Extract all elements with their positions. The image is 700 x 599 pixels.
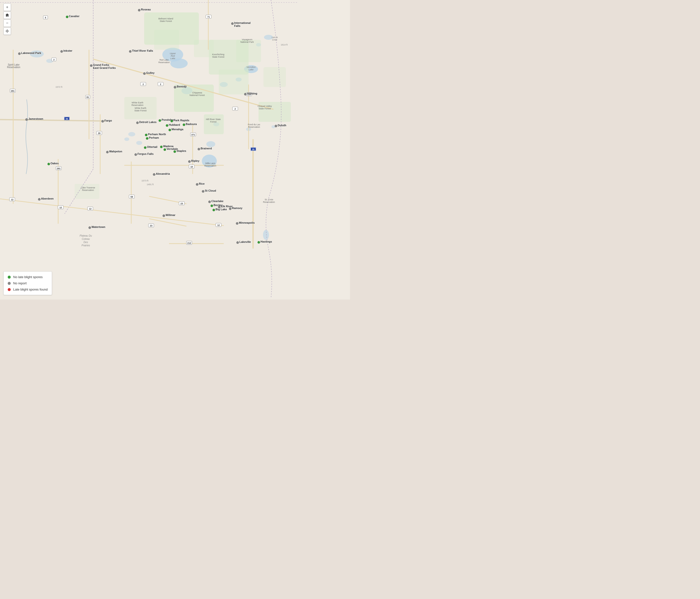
svg-point-5 xyxy=(206,141,215,147)
svg-point-19 xyxy=(263,230,269,240)
svg-rect-31 xyxy=(75,184,99,199)
svg-text:12: 12 xyxy=(59,206,62,209)
svg-text:Plateau Du: Plateau Du xyxy=(79,234,92,237)
legend-label-no-report: No report xyxy=(13,281,27,285)
svg-point-12 xyxy=(124,138,129,141)
map-legend: No late blight spores No report Late bli… xyxy=(3,271,52,295)
svg-text:St. Croix: St. Croix xyxy=(265,198,273,201)
zoom-home-button[interactable] xyxy=(3,11,11,19)
svg-text:Reservation: Reservation xyxy=(263,201,275,203)
svg-text:Hill River State: Hill River State xyxy=(206,118,221,121)
svg-text:Beltrami Island: Beltrami Island xyxy=(158,17,173,20)
legend-item-spores-found: Late blight spores found xyxy=(8,288,48,291)
legend-label-no-spores: No late blight spores xyxy=(13,275,43,279)
svg-text:Cloquet Valley: Cloquet Valley xyxy=(257,105,272,107)
svg-text:169: 169 xyxy=(247,93,251,96)
svg-text:10: 10 xyxy=(191,166,193,168)
svg-text:2: 2 xyxy=(53,58,54,61)
svg-text:94: 94 xyxy=(66,118,68,120)
svg-text:Koochiching: Koochiching xyxy=(212,53,224,56)
svg-text:Upper: Upper xyxy=(170,52,176,55)
svg-text:State Forest: State Forest xyxy=(134,109,147,112)
svg-text:White Earth: White Earth xyxy=(131,101,143,104)
svg-text:Coteau: Coteau xyxy=(82,238,90,240)
svg-text:1614 ft: 1614 ft xyxy=(281,44,288,46)
svg-text:State Forest: State Forest xyxy=(258,107,271,110)
svg-point-143 xyxy=(6,30,8,32)
svg-rect-26 xyxy=(219,70,249,95)
svg-text:281: 281 xyxy=(11,90,15,92)
svg-text:5: 5 xyxy=(45,17,46,19)
svg-text:Chippewa: Chippewa xyxy=(192,92,202,94)
svg-text:State Forest: State Forest xyxy=(212,56,224,58)
svg-rect-21 xyxy=(174,84,214,112)
svg-text:Reservation: Reservation xyxy=(82,189,94,191)
svg-text:1572 ft: 1572 ft xyxy=(55,86,62,88)
svg-text:59: 59 xyxy=(130,196,133,198)
legend-item-no-spores: No late blight spores xyxy=(8,275,48,279)
svg-text:81: 81 xyxy=(86,96,89,98)
svg-text:23: 23 xyxy=(150,224,152,227)
svg-text:Voyageurs: Voyageurs xyxy=(242,38,253,41)
svg-text:Lake: Lake xyxy=(170,57,175,60)
svg-point-13 xyxy=(136,141,142,145)
svg-text:Reservation: Reservation xyxy=(248,126,260,128)
svg-text:23: 23 xyxy=(180,202,183,205)
svg-text:Reservation: Reservation xyxy=(204,165,216,167)
svg-text:Des: Des xyxy=(83,241,88,244)
legend-dot-red xyxy=(8,288,11,291)
zoom-in-button[interactable]: + xyxy=(3,3,11,11)
svg-point-2 xyxy=(170,58,188,68)
svg-text:Lake Traverse: Lake Traverse xyxy=(81,186,95,189)
svg-text:Forest: Forest xyxy=(210,121,217,123)
svg-text:281: 281 xyxy=(57,167,60,170)
svg-text:Reservation: Reservation xyxy=(7,66,20,69)
svg-text:12: 12 xyxy=(217,224,220,226)
svg-rect-30 xyxy=(264,67,286,87)
svg-text:Lac la: Lac la xyxy=(272,36,278,39)
svg-text:National Forest: National Forest xyxy=(190,94,205,96)
svg-text:212: 212 xyxy=(187,242,191,244)
svg-text:12: 12 xyxy=(11,198,14,201)
svg-text:Fond du Lac: Fond du Lac xyxy=(248,123,260,126)
svg-text:1573 ft: 1573 ft xyxy=(142,179,148,182)
legend-item-no-report: No report xyxy=(8,281,48,285)
zoom-out-button[interactable]: − xyxy=(3,19,11,27)
svg-text:Vermilion: Vermilion xyxy=(246,66,255,68)
svg-text:2: 2 xyxy=(143,83,144,85)
svg-rect-29 xyxy=(194,40,214,57)
svg-text:Reservation: Reservation xyxy=(158,61,170,64)
locate-button[interactable] xyxy=(3,27,11,35)
svg-text:29: 29 xyxy=(98,132,100,134)
map-controls: + − xyxy=(3,3,11,35)
svg-text:Reservation: Reservation xyxy=(131,104,144,106)
svg-text:35: 35 xyxy=(252,148,254,151)
legend-label-spores-found: Late blight spores found xyxy=(13,288,48,291)
svg-point-11 xyxy=(128,132,135,136)
svg-text:State Forest: State Forest xyxy=(159,20,172,22)
svg-text:Red Lake: Red Lake xyxy=(159,59,169,61)
svg-text:Lake: Lake xyxy=(249,68,254,71)
svg-text:Mille Lacs: Mille Lacs xyxy=(205,162,216,165)
svg-point-16 xyxy=(271,125,275,128)
svg-text:Red: Red xyxy=(171,55,175,57)
svg-text:2: 2 xyxy=(234,108,236,110)
svg-rect-28 xyxy=(154,30,179,50)
svg-text:1491 ft: 1491 ft xyxy=(147,183,154,186)
legend-dot-gray xyxy=(8,282,11,285)
svg-text:371: 371 xyxy=(191,133,195,136)
map-container: Spirit Lake Reservation White Earth Rese… xyxy=(0,0,350,300)
svg-text:2: 2 xyxy=(160,83,161,85)
legend-dot-green xyxy=(8,276,11,279)
svg-text:12: 12 xyxy=(89,207,92,210)
svg-text:71: 71 xyxy=(207,16,210,18)
svg-text:Prairies: Prairies xyxy=(81,244,90,247)
svg-point-17 xyxy=(30,50,44,57)
svg-text:White Earth: White Earth xyxy=(134,107,146,109)
svg-text:Croix: Croix xyxy=(272,39,277,41)
svg-text:National Park: National Park xyxy=(241,41,254,43)
svg-rect-23 xyxy=(204,114,224,134)
